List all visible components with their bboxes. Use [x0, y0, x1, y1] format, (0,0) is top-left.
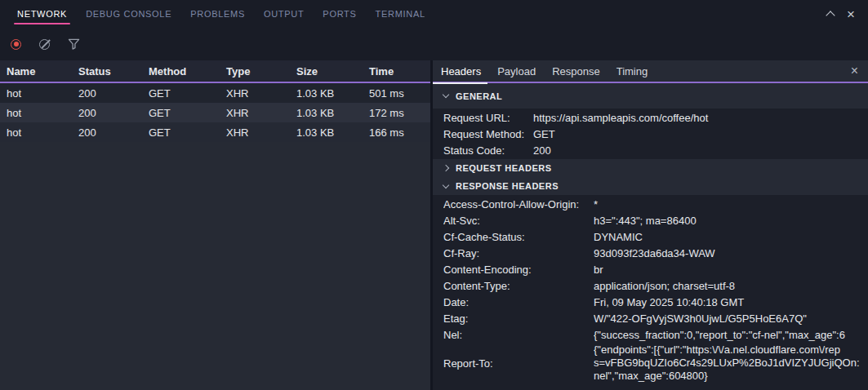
headers-content: GENERAL Request URL: https://api.samplea…: [433, 83, 868, 390]
clear-icon[interactable]: [39, 39, 50, 50]
tab-terminal[interactable]: TERMINAL: [376, 0, 425, 28]
header-name: Content-Type:: [443, 280, 594, 292]
header-name: Cf-Cache-Status:: [443, 231, 594, 243]
tab-output[interactable]: OUTPUT: [264, 0, 304, 28]
section-title: GENERAL: [456, 91, 502, 101]
section-general[interactable]: GENERAL: [433, 83, 868, 109]
header-value: Fri, 09 May 2025 10:40:18 GMT: [594, 296, 868, 308]
record-icon[interactable]: [11, 39, 21, 50]
section-request-headers[interactable]: REQUEST HEADERS: [433, 159, 868, 177]
header-row: Cf-Cache-Status: DYNAMIC: [433, 228, 868, 245]
header-value: application/json; charset=utf-8: [594, 280, 868, 292]
header-name: Nel:: [443, 329, 594, 341]
header-row: Cf-Ray: 93d093f23da6da34-WAW: [433, 245, 868, 261]
kv-value: https://api.sampleapis.com/coffee/hot: [533, 112, 868, 124]
cell-time: 501 ms: [363, 87, 430, 100]
header-value: DYNAMIC: [594, 231, 868, 243]
header-name: Report-To:: [443, 357, 594, 370]
header-row: Access-Control-Allow-Origin: *: [433, 196, 868, 212]
column-header-status[interactable]: Status: [72, 65, 142, 78]
tab-problems[interactable]: PROBLEMS: [190, 0, 245, 28]
cell-method: GET: [142, 87, 220, 100]
header-name: Content-Encoding:: [443, 264, 594, 276]
column-header-size[interactable]: Size: [290, 65, 363, 78]
tab-ports[interactable]: PORTS: [323, 0, 356, 28]
cell-status: 200: [72, 126, 142, 139]
panel-window-controls: ×: [827, 7, 855, 21]
cell-type: XHR: [220, 126, 290, 139]
cell-size: 1.03 KB: [290, 107, 363, 119]
panel-tab-bar: NETWORK DEBUG CONSOLE PROBLEMS OUTPUT PO…: [0, 0, 868, 28]
header-row: Date: Fri, 09 May 2025 10:40:18 GMT: [433, 294, 868, 310]
cell-time: 172 ms: [363, 107, 430, 119]
column-header-method[interactable]: Method: [142, 65, 220, 78]
tab-response[interactable]: Response: [552, 60, 600, 82]
tab-debug-console[interactable]: DEBUG CONSOLE: [86, 0, 171, 28]
header-value: {"endpoints":[{"url":"https:\/\/a.nel.cl…: [594, 343, 868, 383]
header-name: Etag:: [443, 312, 594, 325]
cell-status: 200: [72, 107, 142, 119]
header-value: br: [594, 264, 868, 276]
cell-size: 1.03 KB: [290, 87, 363, 100]
close-icon[interactable]: ×: [847, 7, 855, 21]
chevron-down-icon: [443, 181, 449, 188]
header-name: Date:: [443, 296, 594, 308]
header-row: Report-To: {"endpoints":[{"url":"https:\…: [433, 343, 868, 383]
kv-value: 200: [533, 144, 868, 157]
requests-table-header: Name Status Method Type Size Time: [0, 60, 430, 83]
header-row: Content-Encoding: br: [433, 261, 868, 277]
general-block: Request URL: https://api.sampleapis.com/…: [433, 109, 868, 159]
header-name: Alt-Svc:: [443, 215, 594, 227]
tab-timing[interactable]: Timing: [617, 60, 648, 82]
section-response-headers[interactable]: RESPONSE HEADERS: [433, 177, 868, 195]
general-row: Request Method: GET: [433, 126, 868, 142]
cell-name: hot: [0, 87, 72, 100]
chevron-right-icon: [443, 165, 449, 171]
kv-label: Request Method:: [443, 128, 533, 140]
details-close-icon[interactable]: ×: [851, 64, 858, 78]
kv-value: GET: [533, 128, 868, 140]
header-value: 93d093f23da6da34-WAW: [594, 247, 868, 259]
header-name: Cf-Ray:: [443, 247, 594, 259]
table-row[interactable]: hot 200 GET XHR 1.03 KB 166 ms: [0, 122, 430, 142]
header-value: W/"422-OFgVyjSW3h0UjwL/G5P5HoE6A7Q": [594, 312, 868, 325]
chevron-up-icon[interactable]: [826, 11, 835, 20]
cell-status: 200: [72, 87, 142, 100]
tab-payload[interactable]: Payload: [497, 60, 536, 82]
filter-icon[interactable]: [68, 38, 80, 50]
general-row: Request URL: https://api.sampleapis.com/…: [433, 109, 868, 126]
section-title: REQUEST HEADERS: [456, 163, 552, 173]
header-value: {"success_fraction":0,"report_to":"cf-ne…: [594, 329, 868, 341]
kv-label: Status Code:: [443, 144, 533, 157]
panel-tabs: NETWORK DEBUG CONSOLE PROBLEMS OUTPUT PO…: [17, 0, 827, 28]
details-tab-bar: Headers Payload Response Timing ×: [433, 60, 868, 83]
header-name: Access-Control-Allow-Origin:: [443, 198, 594, 211]
cell-method: GET: [142, 126, 220, 139]
column-header-name[interactable]: Name: [0, 65, 72, 78]
header-row: Alt-Svc: h3=":443"; ma=86400: [433, 212, 868, 228]
devtools-panel: NETWORK DEBUG CONSOLE PROBLEMS OUTPUT PO…: [0, 0, 868, 390]
response-headers-block: Access-Control-Allow-Origin: * Alt-Svc: …: [433, 195, 868, 390]
general-row: Status Code: 200: [433, 142, 868, 158]
column-header-type[interactable]: Type: [220, 65, 290, 78]
requests-table: Name Status Method Type Size Time hot 20…: [0, 60, 433, 390]
section-title: RESPONSE HEADERS: [456, 181, 559, 191]
tab-headers[interactable]: Headers: [441, 60, 481, 82]
column-header-time[interactable]: Time: [363, 65, 430, 78]
network-toolbar: [0, 28, 868, 60]
header-row: Nel: {"success_fraction":0,"report_to":"…: [433, 326, 868, 343]
chevron-down-icon: [443, 91, 449, 98]
cell-size: 1.03 KB: [290, 126, 363, 139]
cell-name: hot: [0, 107, 72, 119]
cell-type: XHR: [220, 107, 290, 119]
tab-network[interactable]: NETWORK: [17, 0, 67, 28]
cell-time: 166 ms: [363, 126, 430, 139]
header-value: h3=":443"; ma=86400: [594, 215, 868, 227]
table-row[interactable]: hot 200 GET XHR 1.03 KB 172 ms: [0, 103, 430, 122]
request-details-panel: Headers Payload Response Timing × GENERA…: [433, 60, 868, 390]
table-row[interactable]: hot 200 GET XHR 1.03 KB 501 ms: [0, 83, 430, 103]
header-row: Etag: W/"422-OFgVyjSW3h0UjwL/G5P5HoE6A7Q…: [433, 310, 868, 326]
header-value: *: [594, 198, 868, 211]
kv-label: Request URL:: [443, 112, 533, 124]
cell-name: hot: [0, 126, 72, 139]
